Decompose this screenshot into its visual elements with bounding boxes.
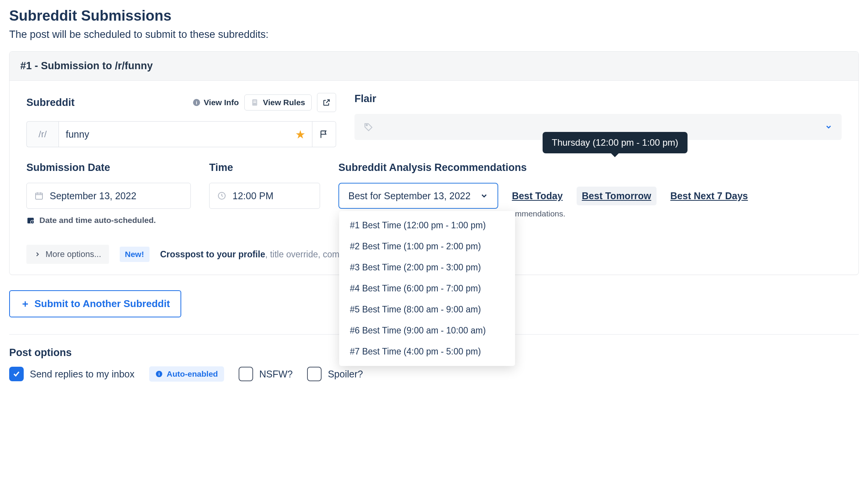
more-options-label: More options...: [46, 249, 101, 259]
send-replies-option[interactable]: Send replies to my inbox: [9, 367, 135, 381]
submit-another-button[interactable]: Submit to Another Subreddit: [9, 290, 181, 317]
recommendations-label: Subreddit Analysis Recommendations: [338, 162, 842, 174]
flag-button[interactable]: [312, 121, 336, 147]
dropdown-item[interactable]: #7 Best Time (4:00 pm - 5:00 pm): [339, 341, 515, 362]
send-replies-checkbox[interactable]: [9, 367, 24, 381]
favorite-button[interactable]: ★: [289, 121, 312, 147]
submit-another-label: Submit to Another Subreddit: [34, 298, 170, 310]
submission-card-header: #1 - Submission to /r/funny: [10, 52, 858, 81]
crosspost-hint: Crosspost to your profile, title overrid…: [160, 249, 366, 260]
star-icon: ★: [295, 128, 306, 141]
info-icon: i: [155, 370, 163, 378]
auto-scheduled-text: Date and time auto-scheduled.: [39, 216, 156, 225]
best-today-link[interactable]: Best Today: [507, 187, 568, 205]
dropdown-item[interactable]: #5 Best Time (8:00 am - 9:00 am): [339, 299, 515, 320]
recommendation-select[interactable]: Best for September 13, 2022 #1 Best Time…: [338, 183, 498, 209]
nsfw-option[interactable]: NSFW?: [239, 367, 293, 381]
send-replies-label: Send replies to my inbox: [30, 369, 135, 380]
recommendation-note-partial: ommendations.: [510, 209, 566, 218]
nsfw-checkbox[interactable]: [239, 367, 253, 381]
auto-scheduled-note: Date and time auto-scheduled.: [26, 216, 191, 225]
chevron-down-icon: [825, 123, 832, 131]
dropdown-item[interactable]: #4 Best Time (6:00 pm - 7:00 pm): [339, 278, 515, 299]
spoiler-label: Spoiler?: [328, 369, 363, 380]
time-input[interactable]: 12:00 PM: [209, 183, 320, 209]
best-next-7-days-link[interactable]: Best Next 7 Days: [665, 187, 753, 205]
crosspost-bold: Crosspost to your profile: [160, 249, 265, 259]
flag-icon: [319, 129, 329, 139]
dropdown-item[interactable]: #1 Best Time (12:00 pm - 1:00 pm): [339, 215, 515, 236]
more-options-button[interactable]: More options...: [26, 245, 109, 264]
new-badge: New!: [120, 247, 150, 262]
best-tomorrow-tooltip: Thursday (12:00 pm - 1:00 pm): [543, 132, 688, 153]
nsfw-label: NSFW?: [259, 369, 293, 380]
subreddit-label: Subreddit: [26, 97, 75, 109]
plus-icon: [21, 299, 30, 309]
svg-text:i: i: [158, 371, 159, 376]
spoiler-option[interactable]: Spoiler?: [307, 367, 363, 381]
auto-enabled-label: Auto-enabled: [167, 369, 218, 379]
svg-rect-3: [253, 101, 256, 101]
submission-card: #1 - Submission to /r/funny Subreddit i …: [9, 51, 859, 275]
chevron-down-icon: [480, 192, 488, 200]
dropdown-item[interactable]: #6 Best Time (9:00 am - 10:00 am): [339, 320, 515, 341]
subreddit-input-group: /r/ ★: [26, 121, 336, 147]
info-icon: i: [192, 98, 201, 107]
best-tomorrow-link[interactable]: Best Tomorrow: [577, 187, 657, 205]
rules-icon: [251, 98, 259, 107]
clock-icon: [217, 191, 226, 200]
subreddit-label-row: Subreddit i View Info View Ru: [26, 93, 336, 112]
view-info-button[interactable]: i View Info: [192, 98, 239, 107]
page-subtitle: The post will be scheduled to submit to …: [9, 29, 859, 41]
auto-calendar-icon: [26, 216, 35, 224]
dropdown-item[interactable]: #3 Best Time (2:00 pm - 3:00 pm): [339, 257, 515, 278]
auto-enabled-badge[interactable]: i Auto-enabled: [149, 366, 224, 382]
svg-text:i: i: [196, 100, 197, 106]
svg-point-5: [366, 125, 367, 126]
recommendation-dropdown: #1 Best Time (12:00 pm - 1:00 pm) #2 Bes…: [339, 211, 515, 366]
page-title: Subreddit Submissions: [9, 8, 859, 24]
time-label: Time: [209, 162, 320, 174]
view-rules-label: View Rules: [263, 98, 306, 107]
submission-date-input[interactable]: September 13, 2022: [26, 183, 191, 209]
view-info-label: View Info: [204, 98, 239, 107]
chevron-right-icon: [34, 251, 41, 258]
calendar-icon: [34, 191, 44, 200]
view-rules-button[interactable]: View Rules: [244, 94, 312, 111]
subreddit-input[interactable]: [59, 121, 289, 147]
recommendation-selected-value: Best for September 13, 2022: [348, 190, 471, 202]
subreddit-prefix: /r/: [26, 121, 59, 147]
submission-card-body: Subreddit i View Info View Ru: [10, 81, 858, 275]
flair-label: Flair: [354, 93, 842, 105]
tag-icon: [364, 122, 374, 132]
submission-date-value: September 13, 2022: [50, 190, 137, 202]
svg-rect-4: [253, 102, 256, 103]
dropdown-item[interactable]: #2 Best Time (1:00 pm - 2:00 pm): [339, 236, 515, 257]
external-link-icon: [322, 98, 331, 107]
svg-rect-6: [36, 193, 42, 199]
time-value: 12:00 PM: [232, 190, 273, 202]
submission-date-label: Submission Date: [26, 162, 191, 174]
spoiler-checkbox[interactable]: [307, 367, 322, 381]
external-link-button[interactable]: [317, 93, 336, 112]
